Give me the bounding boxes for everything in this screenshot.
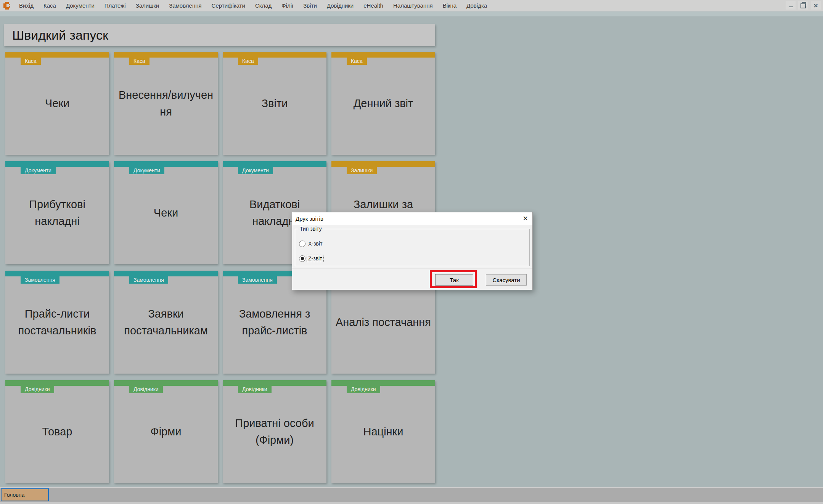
menu-item[interactable]: Вихід (14, 0, 39, 11)
tile-label: Денний звіт (354, 95, 413, 112)
tile-category-bar (223, 161, 326, 167)
dialog-titlebar: Друк звітів × (292, 212, 532, 225)
tile-category-bar (114, 380, 218, 386)
tile-label: Чеки (45, 95, 69, 112)
tile-category-bar (331, 380, 435, 386)
cancel-button[interactable]: Скасувати (486, 274, 527, 286)
tile-category-bar (5, 380, 109, 386)
quick-launch-tile[interactable]: Замовлення Заявки постачальникам (114, 271, 218, 374)
minimize-button[interactable] (786, 1, 796, 10)
menu-item[interactable]: Документи (61, 0, 100, 11)
tile-category-tab: Замовлення (238, 276, 277, 284)
ok-button[interactable]: Так (435, 274, 473, 286)
menu-item[interactable]: eHealth (358, 0, 388, 11)
tile-category-tab: Довідники (238, 386, 272, 393)
radio-icon (299, 241, 305, 247)
menu-item[interactable]: Каса (39, 0, 61, 11)
tab-home-label: Головна (2, 489, 48, 501)
restore-button[interactable] (798, 1, 808, 10)
quick-launch-tile[interactable]: Каса Внесення/вилучен ня (114, 52, 218, 155)
menu-item[interactable]: Сертифікати (207, 0, 250, 11)
tile-category-bar (114, 161, 218, 167)
window-controls: × (786, 1, 821, 10)
close-button[interactable]: × (811, 1, 821, 10)
tile-category-bar (331, 52, 435, 58)
tile-category-tab: Каса (347, 58, 367, 65)
bottom-strip (0, 502, 823, 504)
menu-bar-items: ВихідКасаДокументиПлатежіЗалишкиЗамовлен… (14, 0, 492, 11)
menu-item[interactable]: Замовлення (164, 0, 206, 11)
tile-category-bar (223, 380, 326, 386)
tile-category-tab: Документи (238, 167, 273, 174)
tile-category-tab: Документи (21, 167, 56, 174)
tile-label: Товар (42, 423, 72, 440)
quick-launch-tile[interactable]: Каса Чеки (5, 52, 109, 155)
app-logo-icon (3, 2, 11, 10)
groupbox-label: Тип звіту (298, 226, 323, 232)
tile-category-tab: Залишки (347, 167, 377, 174)
tile-label: Націнки (363, 423, 403, 440)
app-window: ВихідКасаДокументиПлатежіЗалишкиЗамовлен… (0, 0, 823, 504)
quick-launch-tile[interactable]: Документи Прибуткові накладні (5, 161, 109, 264)
quick-launch-tile[interactable]: Довідники Приватні особи (Фірми) (223, 380, 326, 483)
tile-label: Чеки (154, 204, 178, 221)
page-title: Швидкий запуск (4, 24, 435, 46)
quick-launch-tile[interactable]: Довідники Фірми (114, 380, 218, 483)
tab-home[interactable]: Головна (1, 488, 49, 501)
tile-label: Звіти (262, 95, 288, 112)
menu-item[interactable]: Залишки (131, 0, 164, 11)
quick-launch-tile[interactable]: Замовлення Прайс-листи постачальників (5, 271, 109, 374)
tile-category-bar (114, 271, 218, 276)
tile-category-bar (5, 161, 109, 167)
minimize-icon (789, 6, 793, 7)
tile-label: Замовлення з прайс-листів (239, 305, 310, 339)
menu-item[interactable]: Філії (276, 0, 298, 11)
tile-category-tab: Довідники (21, 386, 54, 393)
tile-category-bar (114, 52, 218, 58)
radio-label: Z-звіт (307, 255, 323, 262)
quick-launch-panel: Швидкий запуск (4, 24, 435, 46)
dialog-body: Тип звіту Х-звіт Z-звіт (292, 225, 532, 268)
radio-label: Х-звіт (307, 240, 323, 247)
quick-launch-tile[interactable]: Каса Денний звіт (331, 52, 435, 155)
menu-item[interactable]: Довідка (461, 0, 492, 11)
dialog-title: Друк звітів (296, 212, 323, 225)
radio-icon (299, 255, 305, 262)
close-icon: × (813, 2, 818, 9)
tile-category-tab: Замовлення (21, 276, 59, 284)
report-type-radio[interactable]: Х-звіт (299, 240, 323, 247)
tile-label: Прайс-листи постачальників (18, 305, 96, 339)
quick-launch-tile[interactable]: Документи Чеки (114, 161, 218, 264)
report-type-radio[interactable]: Z-звіт (299, 255, 323, 262)
background-strip (0, 11, 823, 16)
tile-category-tab: Довідники (347, 386, 380, 393)
tile-category-bar (331, 161, 435, 167)
quick-launch-tile[interactable]: Каса Звіти (223, 52, 326, 155)
tile-label: Заявки постачальникам (124, 305, 208, 339)
tile-label: Фірми (151, 423, 182, 440)
quick-launch-tile[interactable]: Довідники Націнки (331, 380, 435, 483)
taskbar: Головна (0, 487, 823, 502)
tile-label: Приватні особи (Фірми) (235, 415, 314, 448)
print-reports-dialog: Друк звітів × Тип звіту Х-звіт Z-звіт Та… (292, 212, 533, 290)
tile-category-bar (223, 52, 326, 58)
tile-category-tab: Каса (21, 58, 41, 65)
tile-label: Аналіз постачання (336, 314, 431, 331)
tile-category-tab: Каса (238, 58, 258, 65)
tile-category-tab: Довідники (129, 386, 163, 393)
menu-item[interactable]: Склад (250, 0, 276, 11)
menu-bar: ВихідКасаДокументиПлатежіЗалишкиЗамовлен… (0, 0, 823, 11)
tile-category-tab: Документи (129, 167, 164, 174)
menu-item[interactable]: Довідники (322, 0, 358, 11)
tile-category-tab: Каса (129, 58, 149, 65)
menu-item[interactable]: Вікна (438, 0, 462, 11)
tile-label: Внесення/вилучен ня (119, 87, 213, 120)
menu-item[interactable]: Звіти (298, 0, 322, 11)
report-type-groupbox: Тип звіту Х-звіт Z-звіт (295, 229, 530, 266)
tile-category-tab: Замовлення (129, 276, 168, 284)
menu-item[interactable]: Платежі (100, 0, 131, 11)
dialog-close-icon[interactable]: × (523, 212, 528, 225)
menu-item[interactable]: Налаштування (388, 0, 438, 11)
tile-category-bar (5, 52, 109, 58)
quick-launch-tile[interactable]: Довідники Товар (5, 380, 109, 483)
